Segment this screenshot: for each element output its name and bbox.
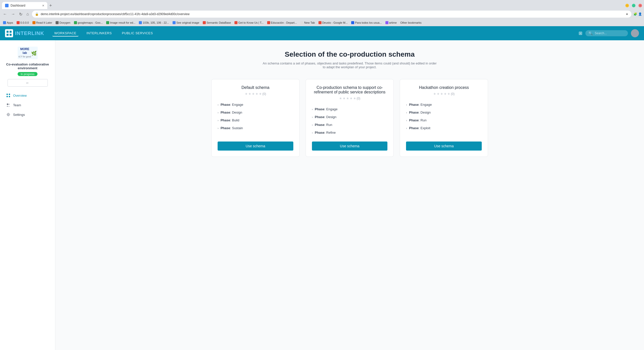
- address-bar[interactable]: 🔒 demo.interlink-project.eu/dashboard/co…: [32, 11, 631, 18]
- bookmark-educacion[interactable]: Educación - Depart...: [266, 21, 298, 25]
- svg-point-10: [8, 114, 9, 115]
- star-icon: ★: [437, 92, 440, 96]
- bookmark-deusto[interactable]: Deusto - Google M...: [317, 21, 349, 25]
- grid-icon[interactable]: ⊞: [579, 30, 582, 36]
- schema-phase: › Phase: Run: [406, 116, 482, 124]
- overview-icon: [6, 93, 11, 98]
- use-schema-button[interactable]: Use schema: [312, 142, 388, 151]
- bookmark-ip[interactable]: 0.0.0.0: [16, 21, 30, 25]
- rating-count: (0): [357, 97, 360, 100]
- logo-text: INTERLINK: [15, 30, 44, 36]
- browser-tab[interactable]: Dashboard ×: [2, 2, 47, 9]
- chevron-right-icon: ›: [406, 103, 407, 106]
- bookmark-semantic[interactable]: Semantic DataBase: [202, 21, 232, 25]
- bookmark-artime-label: artime: [389, 21, 397, 24]
- bookmark-deusto-label: Deusto - Google M...: [322, 21, 348, 24]
- bookmark-doxygen-label: Doxygen: [59, 21, 70, 24]
- bookmark-paratodos-label: Para todos los usua...: [355, 21, 382, 24]
- doxygen-bookmark-icon: [56, 21, 59, 24]
- bookmark-educacion-label: Educación - Depart...: [271, 21, 297, 24]
- chevron-right-icon: ›: [218, 111, 219, 114]
- search-input[interactable]: [595, 31, 625, 35]
- star-icon: ★: [447, 92, 450, 96]
- bookmark-gettoknow[interactable]: Get to Know Us | T...: [233, 21, 264, 25]
- bookmark-doxygen[interactable]: Doxygen: [55, 21, 71, 25]
- bookmark-readitlater-label: Read It Later: [36, 21, 52, 24]
- new-tab-button[interactable]: +: [47, 3, 54, 8]
- window-maximize-button[interactable]: □: [632, 4, 635, 7]
- extensions-icon[interactable]: 🧩: [633, 12, 637, 16]
- bookmark-original[interactable]: See original image: [172, 21, 200, 25]
- bookmark-semantic-label: Semantic DataBase: [207, 21, 231, 24]
- window-close-button[interactable]: ×: [638, 4, 642, 7]
- settings-icon: [6, 112, 11, 117]
- use-schema-button[interactable]: Use schema: [406, 142, 482, 151]
- svg-rect-6: [7, 96, 8, 97]
- forward-nav-button[interactable]: →: [10, 11, 16, 17]
- app-body: MORE labICT for good 🌿 Co-evaluation col…: [0, 40, 644, 350]
- svg-rect-2: [7, 34, 9, 36]
- home-button[interactable]: ⌂: [25, 11, 30, 17]
- deusto-bookmark-icon: [318, 21, 321, 24]
- profile-icon[interactable]: 👤: [638, 12, 642, 16]
- schema-phase: › Phase: Design: [312, 113, 388, 121]
- chevron-right-icon: ›: [312, 108, 313, 111]
- bookmark-paratodos[interactable]: Para todos los usua...: [350, 21, 383, 25]
- star-icon: ★: [440, 92, 443, 96]
- user-avatar[interactable]: [631, 29, 639, 37]
- schema-phases: › Phase: Engage › Phase: Design › Phase:…: [406, 101, 482, 136]
- schema-phase: › Phase: Exploit: [406, 124, 482, 132]
- svg-rect-4: [7, 94, 8, 95]
- nav-public-services[interactable]: PUBLIC SERVICES: [120, 30, 155, 37]
- use-schema-button[interactable]: Use schema: [218, 142, 293, 151]
- schema-phase: › Phase: Engage: [312, 105, 388, 113]
- schema-card-hackathon: Hackathon creation process ★★★★★ (0) › P…: [400, 79, 488, 157]
- logo[interactable]: INTERLINK: [5, 29, 44, 37]
- star-icon: ★: [353, 96, 356, 100]
- tab-title: Dashboard: [11, 4, 25, 7]
- schema-card-default: Default schema ★★★★★ (0) › Phase: Engage…: [211, 79, 300, 157]
- window-minimize-button[interactable]: −: [625, 4, 629, 7]
- project-status-badge: In progress: [18, 72, 37, 76]
- schema-title: Default schema: [218, 85, 293, 90]
- reload-button[interactable]: ↻: [18, 11, 23, 18]
- chevron-right-icon: ›: [312, 116, 313, 119]
- schema-title: Co-production schema to support co-refin…: [312, 85, 388, 94]
- page-title: Selection of the co-production schema: [65, 50, 634, 58]
- bookmark-apps[interactable]: Apps: [2, 21, 14, 25]
- sidebar-nav: Overview Team: [0, 91, 55, 119]
- team-icon: [6, 103, 11, 107]
- phase-text: Phase: Design: [221, 111, 242, 114]
- sidebar-item-settings[interactable]: Settings: [2, 110, 53, 119]
- star-icon: ★: [248, 92, 251, 96]
- back-button[interactable]: ←: [8, 79, 48, 87]
- phase-text: Phase: Exploit: [409, 126, 430, 130]
- bookmark-artime[interactable]: artime: [384, 21, 398, 25]
- bookmark-newtab[interactable]: New Tab: [299, 21, 316, 25]
- sidebar-item-team[interactable]: Team: [2, 100, 53, 110]
- page-subtitle: An schema contains a set of phases, obje…: [262, 61, 438, 69]
- chevron-right-icon: ›: [406, 119, 407, 122]
- project-name: Co-evaluation collaborative environment: [0, 62, 55, 70]
- schema-phase: › Phase: Build: [218, 116, 293, 124]
- sidebar-item-overview[interactable]: Overview: [2, 91, 53, 100]
- schema-rating: ★★★★★ (0): [406, 92, 482, 96]
- header-search[interactable]: 🔍: [585, 30, 628, 36]
- bookmark-103b[interactable]: 103b, 105, 106 - 22...: [138, 21, 170, 25]
- bookmark-readitlater[interactable]: Read It Later: [31, 21, 53, 25]
- semantic-bookmark-icon: [203, 21, 206, 24]
- bookmark-maps[interactable]: googlemaps - Goo...: [73, 21, 104, 25]
- star-icon: ★: [346, 96, 349, 100]
- star-icon: ★: [259, 92, 262, 96]
- nav-interlinkers[interactable]: INTERLINKERS: [85, 30, 114, 37]
- svg-rect-1: [10, 31, 12, 33]
- nav-workspace[interactable]: WORKSPACE: [52, 30, 78, 37]
- back-nav-button[interactable]: ←: [2, 11, 8, 17]
- other-bookmarks-label: Other bookmarks: [400, 21, 421, 24]
- schema-card-coproduction: Co-production schema to support co-refin…: [306, 79, 394, 157]
- bookmark-other[interactable]: Other bookmarks: [399, 21, 422, 25]
- bookmark-image[interactable]: Image result for ed...: [105, 21, 136, 25]
- schema-phase: › Phase: Engage: [406, 101, 482, 109]
- tab-close-button[interactable]: ×: [42, 4, 44, 8]
- bookmark-maps-label: googlemaps - Goo...: [78, 21, 103, 24]
